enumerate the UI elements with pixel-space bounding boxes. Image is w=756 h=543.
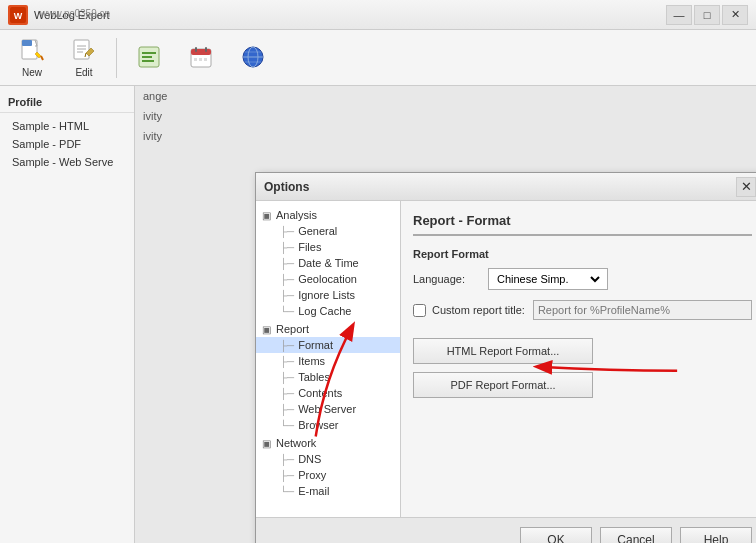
help-button[interactable]: Help [680, 527, 752, 544]
close-button[interactable]: ✕ [722, 5, 748, 25]
tree-group-analysis-header[interactable]: ▣ Analysis [256, 207, 400, 223]
dialog-title-bar: Options ✕ [256, 173, 756, 201]
tree-item-files[interactable]: ├─ Files [256, 239, 400, 255]
ok-button[interactable]: OK [520, 527, 592, 544]
svg-rect-19 [205, 47, 207, 52]
tree-group-report-header[interactable]: ▣ Report [256, 321, 400, 337]
svg-rect-3 [22, 40, 32, 46]
toolbar: New Edit [0, 30, 756, 86]
svg-rect-22 [204, 58, 207, 61]
custom-title-checkbox[interactable] [413, 304, 426, 317]
svg-rect-15 [142, 60, 154, 62]
svg-text:W: W [14, 11, 23, 21]
content-header: Report - Format [413, 213, 752, 236]
tree-item-general[interactable]: ├─ General [256, 223, 400, 239]
tree-item-browser[interactable]: └─ Browser [256, 417, 400, 433]
right-text-1: ange [135, 86, 756, 106]
expand-icon-report: ▣ [262, 324, 276, 335]
dialog-title: Options [264, 180, 736, 194]
tree-group-report-label: Report [276, 323, 309, 335]
options-dialog: Options ✕ ▣ Analysis [255, 172, 756, 543]
language-group: Language: Chinese Simp. English French G… [413, 268, 752, 290]
tree-group-network: ▣ Network ├─ DNS ├─ Proxy [256, 435, 400, 499]
window-controls: — □ ✕ [666, 5, 748, 25]
toolbar-separator [116, 38, 117, 78]
calendar-icon [187, 43, 215, 71]
toolbar-btn-4[interactable] [177, 34, 225, 82]
dialog-bottom: OK Cancel Help [256, 517, 756, 543]
app-body: Profile Sample - HTML Sample - PDF Sampl… [0, 86, 756, 543]
tree-group-analysis-label: Analysis [276, 209, 317, 221]
svg-line-6 [41, 56, 43, 60]
watermark: www.pc0359.cn [40, 8, 110, 19]
maximize-button[interactable]: □ [694, 5, 720, 25]
tree-group-analysis: ▣ Analysis ├─ General ├─ Files [256, 207, 400, 319]
title-bar: W WebLog Expert www.pc0359.cn — □ ✕ [0, 0, 756, 30]
svg-rect-14 [142, 56, 152, 58]
format-buttons-group: HTML Report Format... PDF Report Format.… [413, 338, 752, 406]
tree-item-datetime[interactable]: ├─ Date & Time [256, 255, 400, 271]
new-button[interactable]: New [8, 34, 56, 82]
profile-item-webserver[interactable]: Sample - Web Serve [0, 153, 134, 171]
new-label: New [22, 67, 42, 78]
tree-item-format[interactable]: ├─ Format [256, 337, 400, 353]
html-format-button[interactable]: HTML Report Format... [413, 338, 593, 364]
expand-icon-network: ▣ [262, 438, 276, 449]
tree-item-geolocation[interactable]: ├─ Geolocation [256, 271, 400, 287]
edit-label: Edit [75, 67, 92, 78]
right-text-3: ivity [135, 126, 756, 146]
left-panel-header: Profile [0, 92, 134, 113]
tree-item-ignorelists[interactable]: ├─ Ignore Lists [256, 287, 400, 303]
custom-title-input[interactable] [533, 300, 752, 320]
section-label-report-format: Report Format [413, 248, 752, 260]
edit-button[interactable]: Edit [60, 34, 108, 82]
tree-item-email[interactable]: └─ E-mail [256, 483, 400, 499]
tree-panel: ▣ Analysis ├─ General ├─ Files [256, 201, 401, 517]
language-label: Language: [413, 273, 488, 285]
right-text-2: ivity [135, 106, 756, 126]
right-panel: ange ivity ivity Options ✕ ▣ [135, 86, 756, 543]
new-icon [18, 37, 46, 65]
toolbar-btn-3[interactable] [125, 34, 173, 82]
language-select-wrapper[interactable]: Chinese Simp. English French German Span… [488, 268, 608, 290]
profile-item-html[interactable]: Sample - HTML [0, 117, 134, 135]
content-panel: Report - Format Report Format Language: … [401, 201, 756, 517]
tree-group-network-header[interactable]: ▣ Network [256, 435, 400, 451]
tree-item-items[interactable]: ├─ Items [256, 353, 400, 369]
custom-title-group: Custom report title: [413, 300, 752, 320]
tree-item-contents[interactable]: ├─ Contents [256, 385, 400, 401]
tree-group-network-label: Network [276, 437, 316, 449]
tree-item-dns[interactable]: ├─ DNS [256, 451, 400, 467]
svg-rect-21 [199, 58, 202, 61]
cancel-button[interactable]: Cancel [600, 527, 672, 544]
report-icon [135, 43, 163, 71]
svg-rect-18 [195, 47, 197, 52]
expand-icon-analysis: ▣ [262, 210, 276, 221]
edit-icon [70, 37, 98, 65]
pdf-format-button[interactable]: PDF Report Format... [413, 372, 593, 398]
left-panel: Profile Sample - HTML Sample - PDF Sampl… [0, 86, 135, 543]
app-title: WebLog Expert [34, 9, 666, 21]
dialog-body: ▣ Analysis ├─ General ├─ Files [256, 201, 756, 517]
tree-item-webserver[interactable]: ├─ Web Server [256, 401, 400, 417]
app-window: W WebLog Expert www.pc0359.cn — □ ✕ [0, 0, 756, 543]
app-icon: W [8, 5, 28, 25]
tree-item-logcache[interactable]: └─ Log Cache [256, 303, 400, 319]
custom-title-label[interactable]: Custom report title: [432, 304, 525, 316]
tree-item-proxy[interactable]: ├─ Proxy [256, 467, 400, 483]
tree-item-tables[interactable]: ├─ Tables [256, 369, 400, 385]
dialog-close-button[interactable]: ✕ [736, 177, 756, 197]
toolbar-btn-5[interactable] [229, 34, 277, 82]
svg-rect-13 [142, 52, 156, 54]
globe-icon [239, 43, 267, 71]
tree-group-report: ▣ Report ├─ Format ├─ Items [256, 321, 400, 433]
profile-item-pdf[interactable]: Sample - PDF [0, 135, 134, 153]
minimize-button[interactable]: — [666, 5, 692, 25]
language-select[interactable]: Chinese Simp. English French German Span… [493, 269, 603, 289]
svg-rect-17 [191, 49, 211, 55]
svg-rect-20 [194, 58, 197, 61]
